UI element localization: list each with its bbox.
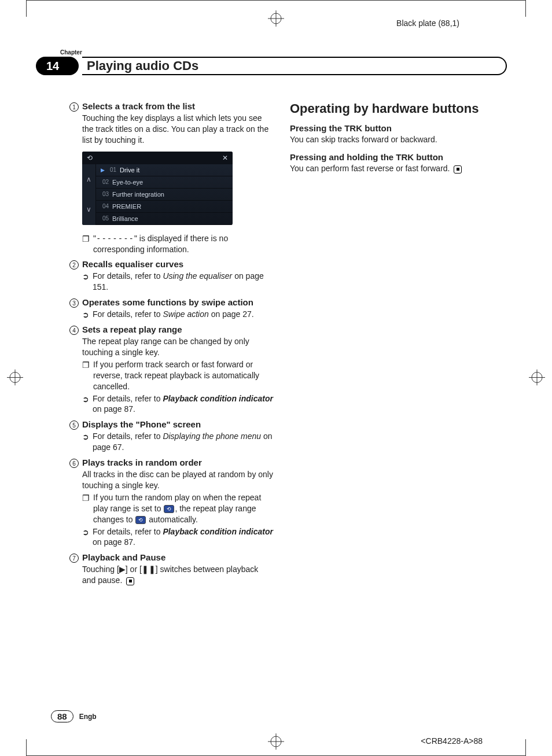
callout-7-head: Playback and Pause <box>82 552 165 562</box>
callout-2-icon: 2 <box>69 260 79 270</box>
callout-4-head: Sets a repeat play range <box>82 324 182 334</box>
section-end-icon <box>454 165 462 174</box>
left-column: 1 Selects a track from the list Touching… <box>69 101 274 591</box>
note-bullet-icon: ❐ <box>82 493 90 503</box>
callout-4-icon: 4 <box>69 326 79 335</box>
close-icon[interactable]: ✕ <box>222 154 228 162</box>
scroll-down-icon[interactable]: ∨ <box>82 194 96 225</box>
chapter-label: Chapter <box>60 49 507 56</box>
callout-3-head: Operates some functions by swipe action <box>82 297 253 307</box>
subhead-press-trk: Pressing the TRK button <box>290 123 494 133</box>
page-number: 88 <box>51 710 73 722</box>
callout-1-icon: 1 <box>69 102 79 112</box>
callout-7-body: Touching [▶] or [❚❚] switches between pl… <box>82 564 274 586</box>
track-row-4[interactable]: 04 PREMIER <box>96 201 233 213</box>
ref-bullet-icon: ➲ <box>82 272 89 281</box>
ref-bullet-icon: ➲ <box>82 432 89 441</box>
callout-6-head: Plays tracks in random order <box>82 458 202 467</box>
registration-mark-top <box>268 10 284 28</box>
ref-bullet-icon: ➲ <box>82 310 89 319</box>
track-row-1[interactable]: ▶ 01 Drive it <box>96 164 233 176</box>
section-title: Operating by hardware buttons <box>290 101 494 116</box>
page-footer: 88 Engb <box>51 710 97 722</box>
hold-trk-body: You can perform fast reverse or fast for… <box>290 163 494 174</box>
note-bullet-icon: ❐ <box>82 360 90 370</box>
track-row-3[interactable]: 03 Further integration <box>96 189 233 201</box>
callout-6-body: All tracks in the disc can be played at … <box>82 469 274 491</box>
subhead-hold-trk: Pressing and holding the TRK button <box>290 152 494 162</box>
page: Black plate (88,1) Chapter 14 Playing au… <box>0 0 552 756</box>
callout-2-head: Recalls equaliser curves <box>82 259 183 269</box>
ref-bullet-icon: ➲ <box>82 528 89 537</box>
chapter-number-tab: 14 <box>36 57 69 75</box>
footer-lang: Engb <box>79 713 97 721</box>
scroll-up-icon[interactable]: ∧ <box>82 164 96 195</box>
repeat-disc-icon: ⟲ <box>135 516 146 524</box>
track-row-2[interactable]: 02 Eye-to-eye <box>96 176 233 189</box>
back-icon[interactable]: ⟲ <box>87 154 93 162</box>
callout-1-body: Touching the key displays a list which l… <box>82 113 274 146</box>
repeat-track-icon: ⟲ <box>164 505 174 513</box>
chapter-header: Chapter 14 Playing audio CDs <box>36 49 507 75</box>
callout-4-body: The repeat play range can be changed by … <box>82 336 274 358</box>
callout-4-note: If you perform track search or fast forw… <box>93 359 274 392</box>
ref-bullet-icon: ➲ <box>82 394 89 404</box>
section-end-icon <box>126 577 134 585</box>
chapter-title: Playing audio CDs <box>82 58 198 73</box>
track-list-screenshot: ⟲ ✕ ∧ ∨ ▶ 01 Drive it <box>82 152 233 225</box>
callout-7-icon: 7 <box>69 554 79 563</box>
pause-glyph-icon: ❚❚ <box>142 565 156 574</box>
right-column: Operating by hardware buttons Pressing t… <box>290 101 494 591</box>
callout-1-note: "-------" is displayed if there is no co… <box>93 233 274 255</box>
registration-mark-left <box>7 369 23 387</box>
note-bullet-icon: ❐ <box>82 234 90 244</box>
black-plate-label: Black plate (88,1) <box>396 19 459 28</box>
play-icon: ▶ <box>101 167 105 173</box>
callout-5-head: Displays the "Phone" screen <box>82 419 201 429</box>
callout-6-note: If you turn the random play on when the … <box>93 492 274 525</box>
document-code: <CRB4228-A>88 <box>421 736 483 746</box>
press-trk-body: You can skip tracks forward or backward. <box>290 134 494 145</box>
crop-marks-bottom <box>26 754 526 756</box>
registration-mark-bottom <box>268 733 284 751</box>
track-row-5[interactable]: 05 Brilliance <box>96 213 233 225</box>
callout-3-icon: 3 <box>69 298 79 308</box>
play-glyph-icon: ▶ <box>119 565 126 574</box>
callout-5-icon: 5 <box>69 421 79 430</box>
chapter-title-bar: Playing audio CDs <box>82 57 507 75</box>
registration-mark-right <box>529 369 545 387</box>
callout-1-head: Selects a track from the list <box>82 101 195 111</box>
crop-marks-top <box>26 0 526 2</box>
callout-6-icon: 6 <box>69 459 79 468</box>
